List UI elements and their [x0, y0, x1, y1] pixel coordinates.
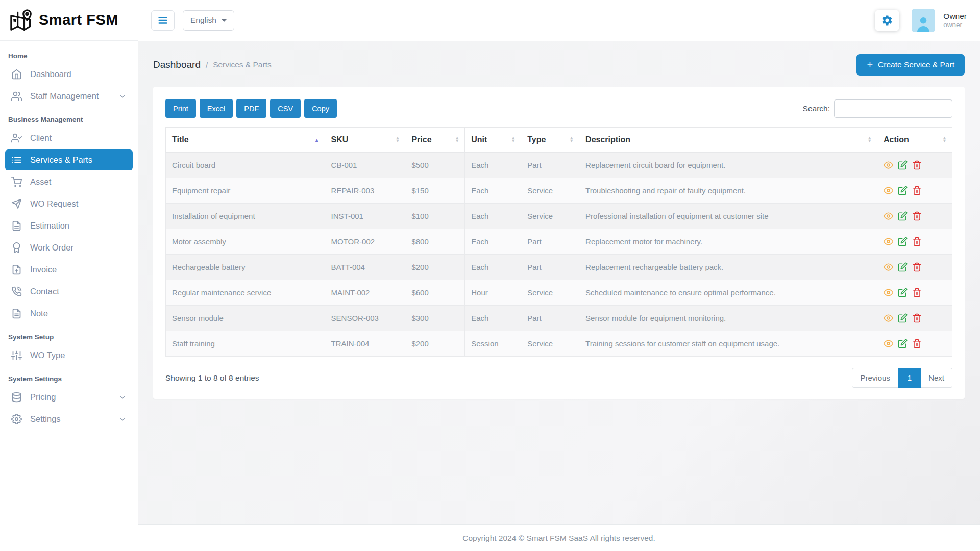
trash-icon: [912, 339, 922, 348]
delete-button[interactable]: [912, 288, 922, 297]
edit-icon: [898, 186, 908, 195]
cell-sku: CB-001: [325, 153, 405, 178]
sidebar-item-note[interactable]: Note: [5, 303, 133, 324]
breadcrumb: Dashboard / Services & Parts: [153, 59, 272, 70]
breadcrumb-row: Dashboard / Services & Parts + Create Se…: [138, 41, 980, 87]
table-row: Circuit boardCB-001$500EachPartReplaceme…: [166, 153, 952, 178]
sidebar-item-asset[interactable]: Asset: [5, 171, 133, 192]
edit-button[interactable]: [898, 237, 908, 246]
view-button[interactable]: [884, 211, 893, 221]
pagination-next-button[interactable]: Next: [921, 368, 952, 388]
column-header-unit[interactable]: Unit▲▼: [465, 128, 521, 153]
page-footer: Copyright 2024 © Smart FSM SaaS All righ…: [138, 524, 980, 551]
sidebar-item-label: Asset: [30, 177, 51, 187]
row-actions: [884, 262, 946, 272]
sidebar-item-services-parts[interactable]: Services & Parts: [5, 149, 133, 170]
eye-icon: [884, 211, 893, 221]
user-meta[interactable]: Owner owner: [943, 11, 967, 30]
language-dropdown[interactable]: English: [183, 10, 234, 31]
column-header-type[interactable]: Type▲▼: [521, 128, 579, 153]
pagination-previous-button[interactable]: Previous: [852, 368, 898, 388]
sidebar-item-wo-request[interactable]: WO Request: [5, 193, 133, 214]
sidebar-item-settings[interactable]: Settings: [5, 409, 133, 430]
plus-icon: +: [867, 60, 873, 70]
sidebar-item-work-order[interactable]: Work Order: [5, 237, 133, 258]
edit-button[interactable]: [898, 313, 908, 323]
view-button[interactable]: [884, 186, 893, 195]
sidebar-item-label: Pricing: [30, 392, 56, 402]
create-service-part-button[interactable]: + Create Service & Part: [856, 54, 965, 76]
cell-title: Regular maintenance service: [166, 280, 325, 306]
eye-icon: [884, 313, 893, 323]
cell-action: [877, 280, 952, 306]
user-name: Owner: [943, 11, 967, 21]
column-header-title[interactable]: Title▲: [166, 128, 325, 153]
edit-button[interactable]: [898, 288, 908, 297]
eye-icon: [884, 186, 893, 195]
delete-button[interactable]: [912, 186, 922, 195]
eye-icon: [884, 160, 893, 170]
cell-description: Replacement motor for machinery.: [579, 229, 877, 255]
sidebar-item-staff-management[interactable]: Staff Management: [5, 86, 133, 107]
pagination-page-1-button[interactable]: 1: [898, 368, 921, 388]
edit-button[interactable]: [898, 160, 908, 170]
print-export-button[interactable]: Print: [165, 99, 196, 118]
sidebar-item-pricing[interactable]: Pricing: [5, 387, 133, 408]
cell-sku: REPAIR-003: [325, 178, 405, 204]
cell-description: Professional installation of equipment a…: [579, 204, 877, 229]
user-avatar[interactable]: [912, 9, 935, 32]
delete-button[interactable]: [912, 262, 922, 272]
table-toolbar: PrintExcelPDFCSVCopy Search:: [165, 99, 952, 118]
cell-description: Scheduled maintenance to ensure optimal …: [579, 280, 877, 306]
sidebar-toggle-button[interactable]: [151, 10, 175, 31]
sidebar-item-client[interactable]: Client: [5, 128, 133, 148]
delete-button[interactable]: [912, 339, 922, 348]
cell-unit: Session: [465, 331, 521, 357]
sidebar-item-label: Contact: [30, 287, 59, 296]
sort-both-icon: ▲▼: [867, 137, 872, 142]
delete-button[interactable]: [912, 211, 922, 221]
edit-button[interactable]: [898, 211, 908, 221]
table-body: Circuit boardCB-001$500EachPartReplaceme…: [166, 153, 952, 357]
row-actions: [884, 211, 946, 221]
column-label: Action: [884, 135, 909, 144]
sidebar-item-label: Dashboard: [30, 69, 71, 79]
csv-export-button[interactable]: CSV: [270, 99, 301, 118]
copy-export-button[interactable]: Copy: [304, 99, 337, 118]
view-button[interactable]: [884, 339, 893, 348]
column-header-sku[interactable]: SKU▲▼: [325, 128, 405, 153]
sidebar-item-invoice[interactable]: Invoice: [5, 259, 133, 280]
excel-export-button[interactable]: Excel: [200, 99, 233, 118]
breadcrumb-dashboard[interactable]: Dashboard: [153, 59, 201, 70]
sidebar-item-wo-type[interactable]: WO Type: [5, 345, 133, 366]
column-header-description[interactable]: Description▲▼: [579, 128, 877, 153]
view-button[interactable]: [884, 237, 893, 246]
row-actions: [884, 186, 946, 195]
delete-button[interactable]: [912, 160, 922, 170]
edit-button[interactable]: [898, 262, 908, 272]
sidebar-item-dashboard[interactable]: Dashboard: [5, 64, 133, 85]
edit-button[interactable]: [898, 186, 908, 195]
search-input[interactable]: [834, 99, 952, 118]
view-button[interactable]: [884, 262, 893, 272]
hamburger-icon: [157, 15, 168, 26]
view-button[interactable]: [884, 288, 893, 297]
row-actions: [884, 339, 946, 348]
delete-button[interactable]: [912, 237, 922, 246]
brand-logo[interactable]: Smart FSM: [0, 0, 138, 41]
eye-icon: [884, 339, 893, 348]
pdf-export-button[interactable]: PDF: [236, 99, 266, 118]
column-label: Type: [527, 135, 546, 144]
delete-button[interactable]: [912, 313, 922, 323]
edit-button[interactable]: [898, 339, 908, 348]
view-button[interactable]: [884, 313, 893, 323]
column-header-price[interactable]: Price▲▼: [405, 128, 465, 153]
topbar: English Owner: [138, 0, 980, 41]
sidebar-item-estimation[interactable]: Estimation: [5, 215, 133, 236]
cell-sku: TRAIN-004: [325, 331, 405, 357]
cell-action: [877, 229, 952, 255]
column-header-action[interactable]: Action▲▼: [877, 128, 952, 153]
sidebar-item-contact[interactable]: Contact: [5, 281, 133, 302]
view-button[interactable]: [884, 160, 893, 170]
settings-gear-button[interactable]: [875, 10, 899, 31]
